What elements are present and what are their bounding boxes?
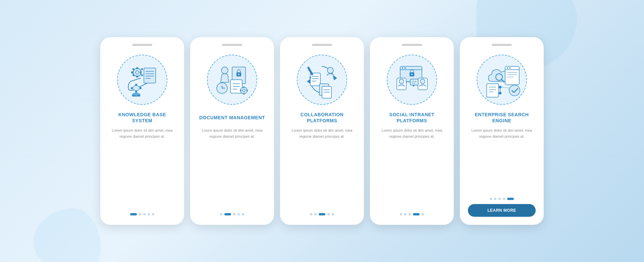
collaboration-icon [302, 60, 342, 100]
card-desc-enterprise: Lorem ipsum dolor sit dim amet, mea regi… [468, 128, 536, 139]
dot-4 [327, 213, 330, 215]
svg-rect-37 [240, 90, 241, 91]
document-management-icon [212, 60, 252, 100]
card-title-knowledge: KNOWLEDGE BASE SYSTEM [108, 112, 176, 124]
bg-decoration-2 [34, 208, 101, 262]
dot-2 [139, 213, 141, 215]
icon-area-social [383, 51, 440, 108]
card-desc-document: Lorem ipsum dolor sit dim amet, mea regi… [198, 128, 266, 139]
card-title-document: DOCUMENT MANAGEMENT [199, 112, 265, 124]
card-knowledge-base: KNOWLEDGE BASE SYSTEM Lorem ipsum dolor … [100, 37, 184, 225]
svg-rect-69 [505, 66, 519, 85]
svg-line-84 [501, 87, 509, 88]
card-title-enterprise: ENTERPRISE SEARCH ENGINE [468, 112, 536, 124]
svg-rect-7 [141, 74, 143, 76]
card-desc-social: Lorem ipsum dolor sit dim amet, mea regi… [378, 128, 446, 139]
learn-more-button[interactable]: LEARN MORE [468, 204, 536, 217]
icon-area-knowledge [114, 51, 171, 108]
card-title-collaboration: COLLABORATION PLATFORMS [288, 112, 356, 124]
svg-rect-3 [136, 76, 138, 77]
dot-5 [152, 213, 154, 215]
dots-document [220, 213, 244, 215]
dot-1 [220, 213, 222, 215]
dot-3 [319, 213, 325, 215]
svg-point-17 [140, 87, 142, 89]
social-intranet-icon [392, 60, 432, 100]
svg-point-55 [405, 67, 406, 69]
svg-rect-2 [136, 67, 138, 69]
card-title-social: SOCIAL INTRANET PLATFORMS [378, 112, 446, 124]
dots-enterprise [490, 198, 514, 200]
dot-2 [494, 198, 496, 200]
svg-point-41 [327, 67, 333, 73]
svg-point-81 [499, 86, 501, 88]
dot-1 [130, 213, 137, 215]
dot-3 [409, 213, 411, 215]
icon-area-enterprise [473, 51, 530, 108]
svg-point-25 [238, 74, 239, 75]
svg-point-72 [509, 67, 511, 69]
svg-point-71 [507, 67, 508, 69]
svg-rect-35 [243, 86, 245, 88]
dot-4 [413, 213, 420, 215]
card-document-management: DOCUMENT MANAGEMENT Lorem ipsum dolor si… [190, 37, 274, 225]
dot-2 [314, 213, 317, 215]
svg-marker-40 [307, 79, 310, 84]
cards-container: KNOWLEDGE BASE SYSTEM Lorem ipsum dolor … [100, 37, 544, 225]
card-enterprise-search: ENTERPRISE SEARCH ENGINE Lorem ipsum dol… [460, 37, 544, 225]
svg-rect-38 [247, 90, 248, 91]
dot-2 [224, 213, 231, 215]
svg-marker-39 [334, 76, 337, 80]
dot-4 [503, 198, 505, 200]
svg-point-59 [399, 79, 404, 84]
icon-area-collaboration [293, 51, 351, 108]
svg-rect-4 [131, 71, 133, 73]
svg-point-16 [135, 84, 137, 86]
svg-point-57 [411, 74, 413, 75]
phone-notch [222, 44, 242, 46]
dot-4 [237, 213, 240, 215]
dot-5 [332, 213, 334, 215]
svg-point-33 [240, 87, 247, 94]
dot-3 [233, 213, 235, 215]
svg-rect-63 [410, 79, 418, 85]
svg-point-80 [509, 85, 520, 96]
phone-notch [492, 44, 512, 46]
dots-social [400, 213, 424, 215]
dot-5 [422, 213, 424, 215]
icon-area-document [204, 51, 261, 108]
svg-point-54 [402, 67, 403, 69]
card-desc-knowledge: Lorem ipsum dolor sit dim amet, mea regi… [108, 128, 176, 139]
dot-5 [242, 213, 244, 215]
card-social-intranet: SOCIAL INTRANET PLATFORMS Lorem ipsum do… [370, 37, 454, 225]
dot-5 [507, 198, 514, 200]
svg-point-62 [420, 79, 425, 84]
dots-collaboration [310, 213, 334, 215]
card-collaboration: COLLABORATION PLATFORMS Lorem ipsum dolo… [280, 37, 364, 225]
dot-3 [498, 198, 501, 200]
enterprise-search-icon [482, 60, 522, 100]
svg-rect-10 [144, 68, 156, 83]
svg-point-22 [221, 67, 228, 74]
card-desc-collaboration: Lorem ipsum dolor sit dim amet, mea regi… [288, 128, 356, 139]
dot-3 [143, 213, 146, 215]
svg-rect-5 [140, 71, 142, 73]
svg-rect-36 [243, 93, 245, 94]
phone-notch [132, 44, 152, 46]
svg-marker-64 [413, 85, 415, 87]
dots-knowledge [130, 213, 154, 215]
knowledge-base-icon [122, 60, 162, 100]
dot-1 [490, 198, 492, 200]
svg-point-83 [499, 92, 501, 94]
phone-notch [402, 44, 422, 46]
svg-rect-76 [487, 84, 498, 97]
svg-rect-8 [141, 68, 143, 70]
dot-4 [148, 213, 150, 215]
svg-point-19 [131, 87, 133, 89]
phone-notch [312, 44, 332, 46]
dot-1 [310, 213, 312, 215]
dot-1 [400, 213, 402, 215]
dot-2 [404, 213, 407, 215]
